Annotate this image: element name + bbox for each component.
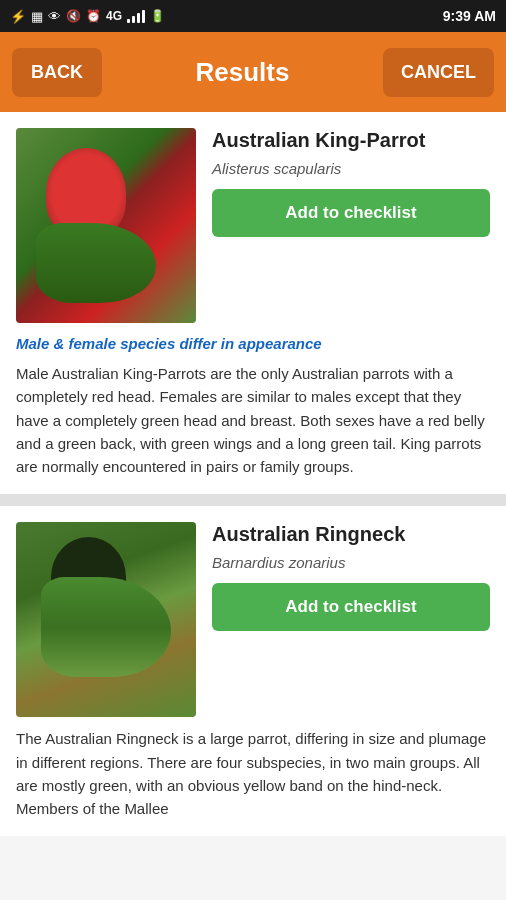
results-content: Australian King-Parrot Alisterus scapula… xyxy=(0,112,506,836)
eye-icon: 👁 xyxy=(48,9,61,24)
battery-icon: 🔋 xyxy=(150,9,165,23)
bird-image-ringneck xyxy=(16,522,196,717)
alarm-icon: ⏰ xyxy=(86,9,101,23)
king-parrot-photo xyxy=(16,128,196,323)
status-bar: ⚡ ▦ 👁 🔇 ⏰ 4G 🔋 9:39 AM xyxy=(0,0,506,32)
usb-icon: ⚡ xyxy=(10,9,26,24)
back-button[interactable]: BACK xyxy=(12,48,102,97)
add-checklist-button-ringneck[interactable]: Add to checklist xyxy=(212,583,490,631)
bird-info-king-parrot: Australian King-Parrot Alisterus scapula… xyxy=(212,128,490,237)
bird-card-top-ringneck: Australian Ringneck Barnardius zonarius … xyxy=(16,522,490,717)
bird-image-king-parrot xyxy=(16,128,196,323)
nav-bar: BACK Results CANCEL xyxy=(0,32,506,112)
bird-scientific-ringneck: Barnardius zonarius xyxy=(212,554,490,571)
bird-scientific-king-parrot: Alisterus scapularis xyxy=(212,160,490,177)
bird-description-ringneck: The Australian Ringneck is a large parro… xyxy=(16,727,490,820)
bird-card-ringneck: Australian Ringneck Barnardius zonarius … xyxy=(0,506,506,836)
activity-icon: ▦ xyxy=(31,9,43,24)
bird-description-king-parrot: Male Australian King-Parrots are the onl… xyxy=(16,362,490,478)
status-icons-left: ⚡ ▦ 👁 🔇 ⏰ 4G 🔋 xyxy=(10,9,165,24)
status-time: 9:39 AM xyxy=(443,8,496,24)
bird-card-top: Australian King-Parrot Alisterus scapula… xyxy=(16,128,490,323)
cancel-button[interactable]: CANCEL xyxy=(383,48,494,97)
mute-icon: 🔇 xyxy=(66,9,81,23)
ringneck-photo xyxy=(16,522,196,717)
page-title: Results xyxy=(102,57,383,88)
signal-icon xyxy=(127,10,145,23)
bird-info-ringneck: Australian Ringneck Barnardius zonarius … xyxy=(212,522,490,631)
species-note-king-parrot: Male & female species differ in appearan… xyxy=(16,335,490,352)
add-checklist-button-king-parrot[interactable]: Add to checklist xyxy=(212,189,490,237)
bird-card-king-parrot: Australian King-Parrot Alisterus scapula… xyxy=(0,112,506,494)
network-icon: 4G xyxy=(106,9,122,23)
bird-name-king-parrot: Australian King-Parrot xyxy=(212,128,490,152)
bird-name-ringneck: Australian Ringneck xyxy=(212,522,490,546)
card-divider xyxy=(0,494,506,506)
